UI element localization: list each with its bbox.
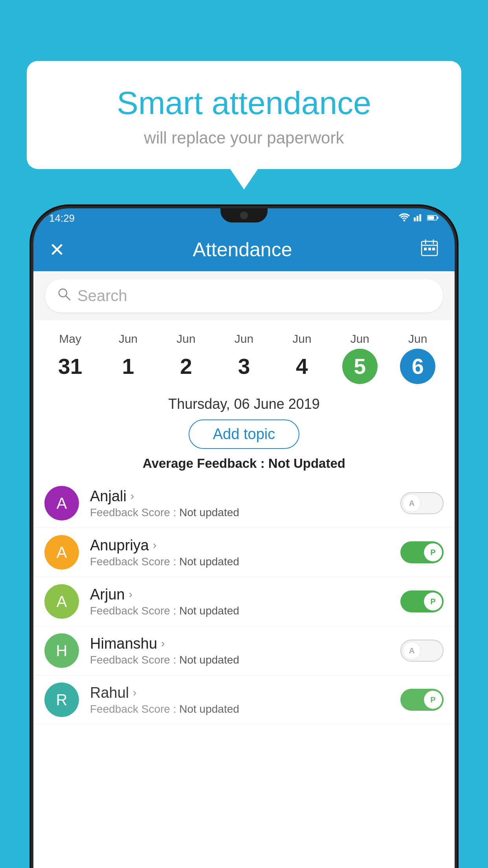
wifi-icon bbox=[399, 213, 410, 224]
date-month-6: Jun bbox=[408, 332, 427, 346]
student-name-arjun: Arjun › bbox=[90, 586, 389, 603]
status-time: 14:29 bbox=[49, 212, 75, 224]
status-icons bbox=[399, 213, 439, 224]
close-button[interactable]: ✕ bbox=[49, 239, 65, 261]
bubble-subtitle: will replace your paperwork bbox=[50, 129, 438, 147]
bubble-title: Smart attendance bbox=[50, 85, 438, 121]
date-strip: May 31 Jun 1 Jun 2 Jun 3 Jun 4 Jun 5 bbox=[33, 320, 455, 388]
date-day-2: 2 bbox=[169, 349, 204, 384]
feedback-val-anjali: Not updated bbox=[179, 506, 239, 519]
camera-dot bbox=[240, 211, 248, 219]
student-info-arjun: Arjun › Feedback Score : Not updated bbox=[90, 586, 389, 617]
date-col-jun2[interactable]: Jun 2 bbox=[157, 328, 215, 388]
svg-rect-6 bbox=[437, 217, 438, 219]
chevron-anjali: › bbox=[130, 490, 134, 502]
speech-bubble: Smart attendance will replace your paper… bbox=[27, 61, 461, 169]
svg-rect-12 bbox=[428, 248, 431, 250]
student-feedback-anjali: Feedback Score : Not updated bbox=[90, 506, 389, 519]
avatar-anjali: A bbox=[44, 486, 79, 520]
student-row-rahul[interactable]: R Rahul › Feedback Score : Not updated P bbox=[33, 675, 455, 725]
speech-bubble-container: Smart attendance will replace your paper… bbox=[27, 61, 461, 169]
avatar-arjun: A bbox=[44, 584, 79, 619]
student-row-arjun[interactable]: A Arjun › Feedback Score : Not updated P bbox=[33, 577, 455, 626]
phone-content: Search May 31 Jun 1 Jun 2 Jun 3 Jun bbox=[33, 271, 455, 868]
date-col-jun6[interactable]: Jun 6 bbox=[389, 328, 447, 388]
svg-rect-11 bbox=[424, 248, 427, 250]
toggle-anjali[interactable]: A bbox=[400, 492, 444, 514]
date-month-3: Jun bbox=[235, 332, 253, 346]
add-topic-button[interactable]: Add topic bbox=[189, 419, 299, 449]
svg-rect-3 bbox=[419, 214, 421, 221]
selected-date-label: Thursday, 06 June 2019 bbox=[33, 388, 455, 419]
date-day-0: 31 bbox=[53, 349, 88, 384]
date-day-6: 6 bbox=[400, 349, 435, 384]
student-row-anupriya[interactable]: A Anupriya › Feedback Score : Not update… bbox=[33, 528, 455, 577]
student-name-anupriya: Anupriya › bbox=[90, 537, 389, 554]
date-col-jun5[interactable]: Jun 5 bbox=[331, 328, 389, 388]
toggle-rahul[interactable]: P bbox=[400, 689, 444, 711]
chevron-arjun: › bbox=[129, 588, 132, 601]
student-feedback-rahul: Feedback Score : Not updated bbox=[90, 703, 389, 715]
student-info-rahul: Rahul › Feedback Score : Not updated bbox=[90, 684, 389, 715]
search-input[interactable]: Search bbox=[77, 287, 127, 305]
student-info-anupriya: Anupriya › Feedback Score : Not updated bbox=[90, 537, 389, 568]
avatar-anupriya: A bbox=[44, 535, 79, 570]
date-day-4: 4 bbox=[284, 349, 319, 384]
student-feedback-anupriya: Feedback Score : Not updated bbox=[90, 555, 389, 568]
date-col-jun4[interactable]: Jun 4 bbox=[273, 328, 331, 388]
avatar-rahul: R bbox=[44, 682, 79, 717]
svg-rect-1 bbox=[414, 217, 416, 221]
toggle-anupriya[interactable]: P bbox=[400, 541, 444, 563]
date-day-5: 5 bbox=[342, 349, 378, 384]
svg-rect-5 bbox=[428, 216, 434, 220]
feedback-val-himanshu: Not updated bbox=[179, 654, 239, 666]
student-feedback-himanshu: Feedback Score : Not updated bbox=[90, 654, 389, 666]
search-bar[interactable]: Search bbox=[45, 279, 443, 313]
date-col-may31[interactable]: May 31 bbox=[41, 328, 99, 388]
app-bar: ✕ Attendance bbox=[33, 228, 455, 271]
calendar-icon[interactable] bbox=[420, 238, 439, 261]
chevron-rahul: › bbox=[133, 686, 136, 699]
student-list: A Anjali › Feedback Score : Not updated … bbox=[33, 479, 455, 725]
feedback-val-anupriya: Not updated bbox=[179, 555, 239, 568]
signal-icon bbox=[414, 213, 423, 224]
feedback-value-text: Not Updated bbox=[268, 456, 345, 471]
svg-line-15 bbox=[66, 296, 70, 300]
feedback-val-arjun: Not updated bbox=[179, 605, 239, 617]
student-info-himanshu: Himanshu › Feedback Score : Not updated bbox=[90, 635, 389, 666]
svg-point-14 bbox=[59, 289, 67, 297]
avatar-himanshu: H bbox=[44, 633, 79, 668]
feedback-val-rahul: Not updated bbox=[179, 703, 239, 715]
svg-rect-13 bbox=[432, 248, 435, 250]
battery-icon bbox=[427, 213, 439, 223]
search-bar-container: Search bbox=[33, 271, 455, 320]
chevron-anupriya: › bbox=[153, 539, 156, 552]
student-name-rahul: Rahul › bbox=[90, 684, 389, 701]
date-col-jun3[interactable]: Jun 3 bbox=[215, 328, 273, 388]
svg-rect-2 bbox=[416, 216, 418, 221]
student-feedback-arjun: Feedback Score : Not updated bbox=[90, 605, 389, 617]
student-row-anjali[interactable]: A Anjali › Feedback Score : Not updated … bbox=[33, 479, 455, 528]
date-month-0: May bbox=[59, 332, 81, 346]
student-info-anjali: Anjali › Feedback Score : Not updated bbox=[90, 488, 389, 519]
toggle-himanshu[interactable]: A bbox=[400, 640, 444, 662]
feedback-label-text: Average Feedback : bbox=[143, 456, 265, 471]
student-row-himanshu[interactable]: H Himanshu › Feedback Score : Not update… bbox=[33, 626, 455, 675]
svg-point-0 bbox=[404, 220, 405, 222]
chevron-himanshu: › bbox=[161, 637, 165, 650]
date-month-2: Jun bbox=[176, 332, 195, 346]
average-feedback-label: Average Feedback : Not Updated bbox=[33, 456, 455, 471]
notch bbox=[220, 208, 268, 223]
date-day-1: 1 bbox=[110, 349, 146, 384]
date-month-5: Jun bbox=[350, 332, 369, 346]
date-month-4: Jun bbox=[292, 332, 311, 346]
student-name-anjali: Anjali › bbox=[90, 488, 389, 505]
search-icon bbox=[57, 287, 71, 305]
student-name-himanshu: Himanshu › bbox=[90, 635, 389, 652]
toggle-arjun[interactable]: P bbox=[400, 590, 444, 612]
app-bar-title: Attendance bbox=[193, 238, 292, 261]
date-month-1: Jun bbox=[119, 332, 138, 346]
phone-frame: 14:29 bbox=[33, 208, 455, 868]
date-day-3: 3 bbox=[226, 349, 262, 384]
date-col-jun1[interactable]: Jun 1 bbox=[99, 328, 157, 388]
